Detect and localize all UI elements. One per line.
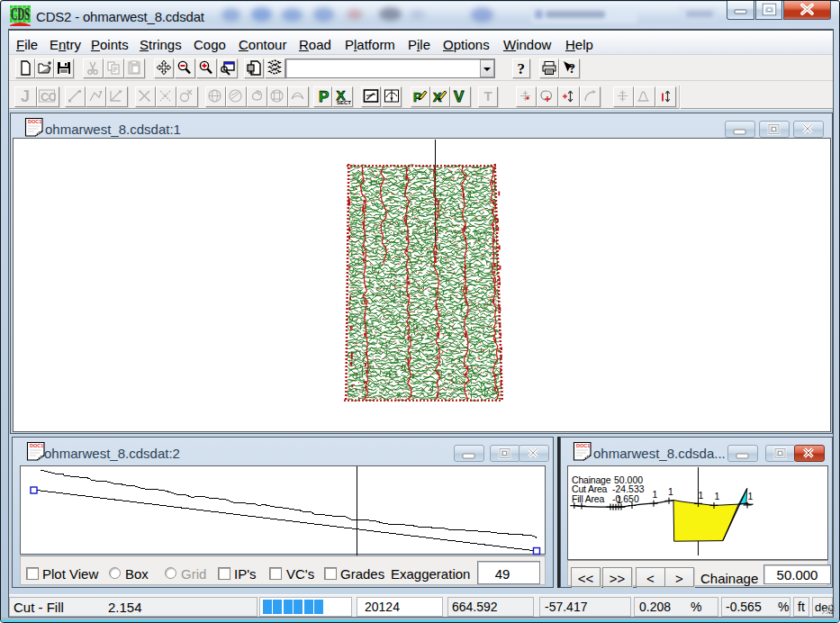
- svg-text:CDS: CDS: [11, 5, 30, 23]
- svg-text:?: ?: [569, 62, 575, 76]
- svg-text:DOC1: DOC1: [576, 443, 590, 448]
- svg-text:SECT: SECT: [337, 100, 351, 105]
- svg-text:V: V: [454, 88, 465, 104]
- svg-text:1: 1: [653, 489, 658, 500]
- svg-text:CO: CO: [41, 90, 56, 104]
- svg-text:J: J: [21, 87, 30, 104]
- svg-text:1: 1: [748, 491, 754, 501]
- svg-text:DOC1: DOC1: [28, 119, 41, 124]
- svg-text:?: ?: [518, 60, 526, 77]
- svg-text:1: 1: [699, 490, 704, 501]
- svg-text:DOC1: DOC1: [30, 443, 43, 448]
- svg-text:Fill Area: Fill Area: [572, 493, 604, 504]
- svg-text:-0.650: -0.650: [612, 493, 639, 504]
- svg-text:1: 1: [715, 491, 720, 501]
- svg-text:T: T: [484, 88, 492, 104]
- svg-text:1: 1: [668, 486, 673, 497]
- svg-text:P: P: [319, 88, 329, 105]
